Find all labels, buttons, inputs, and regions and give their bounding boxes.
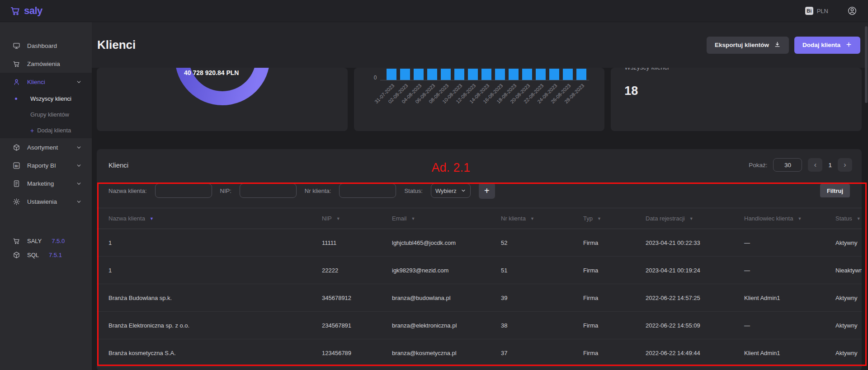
cell-client-name: 1 (108, 267, 322, 274)
sidebar-item[interactable]: Wszyscy klienci (0, 91, 92, 107)
column-header[interactable]: Handlowiec klienta ▼ (744, 215, 835, 222)
sidebar-item[interactable]: Dashboard (0, 37, 92, 55)
version-row: SALY 7.5.0 (0, 234, 92, 248)
chevron-down-icon (461, 188, 466, 193)
gear-icon (13, 198, 20, 206)
plus-prefix: + (30, 127, 34, 134)
cell-nip: 22222 (322, 267, 392, 274)
cell-status: Aktywny (835, 350, 862, 356)
clients-total-title: Wszyscy klienci (624, 68, 669, 71)
add-filter-button[interactable]: + (479, 183, 495, 199)
sidebar-item[interactable]: Zamówienia (0, 55, 92, 73)
sidebar-item-label: Dashboard (27, 42, 57, 49)
bar (387, 69, 396, 80)
filter-label: NIP: (220, 187, 231, 194)
brand-name: saly (24, 5, 42, 17)
status-select[interactable]: Wybierz (431, 183, 471, 198)
filter-input[interactable] (339, 183, 396, 198)
topbar: saly Bi PLN (0, 0, 868, 22)
cart-logo-icon (10, 5, 21, 16)
brand-logo[interactable]: saly (10, 5, 42, 17)
user-profile-icon[interactable] (847, 6, 857, 16)
version-info: SALY 7.5.0 SQL 7.5.1 (0, 234, 92, 262)
clients-total-card: Wszyscy klienci 18 (611, 68, 862, 131)
bar (563, 69, 573, 80)
table-header: Nazwa klienta ▼ NIP ▼ Email ▼ (97, 208, 862, 229)
doc-icon (13, 180, 20, 187)
table-row[interactable]: 1 22222 igk98293@nezid.com 51 Firma 2023… (97, 257, 862, 284)
cell-nip: 345678912 (322, 295, 392, 301)
table-row[interactable]: 1 11111 lghjctubl465@jocdk.com 52 Firma … (97, 229, 862, 257)
bullet-dot-icon (15, 98, 17, 100)
cell-salesman: — (744, 322, 835, 329)
sidebar-item-label: Grupy klientów (30, 111, 69, 118)
sidebar-item[interactable]: Ustawienia (0, 192, 92, 211)
add-client-button[interactable]: Dodaj klienta (794, 37, 860, 54)
scrollbar-thumb[interactable] (865, 26, 868, 103)
filter-label: Status: (404, 187, 422, 194)
page-size-input[interactable] (773, 158, 802, 172)
page-header: Klienci Eksportuj klientów Dodaj klienta (92, 22, 868, 68)
bar (495, 69, 505, 80)
version-row: SQL 7.5.1 (0, 248, 92, 262)
filter-label: Nazwa klienta: (108, 187, 147, 194)
column-header[interactable]: Nr klienta ▼ (501, 215, 583, 222)
chevron-down-icon (76, 163, 82, 169)
currency-selector[interactable]: Bi PLN (805, 7, 828, 15)
bar (427, 69, 437, 80)
show-label: Pokaż: (749, 162, 767, 169)
cell-client-number: 39 (501, 295, 583, 301)
cell-salesman: Klient Admin1 (744, 295, 835, 301)
sidebar-item[interactable]: Asortyment (0, 138, 92, 156)
sort-arrow-icon: ▼ (150, 216, 154, 221)
cell-type: Firma (583, 322, 646, 329)
sidebar-item[interactable]: + Dodaj klienta (0, 122, 92, 138)
sidebar-item[interactable]: Marketing (0, 174, 92, 192)
table-row[interactable]: Branża Elektroniczna sp. z o.o. 23456789… (97, 312, 862, 339)
sidebar-item[interactable]: Grupy klientów (0, 107, 92, 122)
sidebar-item-label: Dodaj klienta (37, 127, 71, 134)
sidebar-item-label: Wszyscy klienci (30, 95, 71, 102)
cell-salesman: — (744, 239, 835, 246)
sort-arrow-icon: ▼ (530, 216, 534, 221)
filter-label: Nr klienta: (305, 187, 331, 194)
cart-icon (13, 60, 20, 68)
cell-client-number: 51 (501, 267, 583, 274)
next-page-button[interactable]: › (838, 158, 852, 172)
filter-input[interactable] (155, 183, 212, 198)
cell-salesman: Klient Admin1 (744, 350, 835, 356)
cell-client-name: Branża Elektroniczna sp. z o.o. (108, 322, 322, 329)
sidebar-item[interactable]: Bi Raporty BI (0, 156, 92, 174)
column-header[interactable]: Status ▼ (835, 215, 862, 222)
cell-nip: 234567891 (322, 322, 392, 329)
column-header[interactable]: Email ▼ (392, 215, 501, 222)
currency-code: PLN (817, 8, 828, 14)
sidebar-item[interactable]: Klienci (0, 73, 92, 91)
cell-email: branza@kosmetyczna.pl (392, 350, 501, 356)
column-header[interactable]: Nazwa klienta ▼ (108, 215, 322, 222)
filter-submit-button[interactable]: Filtruj (820, 184, 850, 197)
download-icon (774, 41, 781, 49)
column-header[interactable]: Typ ▼ (583, 215, 646, 222)
cell-status: Aktywny (835, 239, 862, 246)
panel-title: Klienci (108, 161, 128, 169)
sidebar-item-label: Zamówienia (27, 61, 60, 67)
chevron-down-icon (76, 199, 82, 205)
filter-input[interactable] (240, 183, 297, 198)
cell-registration-date: 2022-06-22 14:55:09 (646, 322, 744, 329)
cell-type: Firma (583, 267, 646, 274)
version-label: SQL (27, 252, 39, 258)
bar (414, 69, 424, 80)
column-header[interactable]: Data rejestracji ▼ (646, 215, 744, 222)
table-row[interactable]: Branża Budowlana sp.k. 345678912 branza@… (97, 284, 862, 312)
cell-type: Firma (583, 350, 646, 356)
y-axis-tick: 0 (374, 75, 377, 81)
cell-registration-date: 2022-06-22 14:49:44 (646, 350, 744, 356)
cube-icon (13, 144, 20, 151)
chevron-down-icon (76, 145, 82, 150)
column-header[interactable]: NIP ▼ (322, 215, 392, 222)
table-row[interactable]: Branża kosmetyczna S.A. 123456789 branza… (97, 339, 862, 367)
export-clients-button[interactable]: Eksportuj klientów (707, 37, 789, 54)
sort-arrow-icon: ▼ (597, 216, 601, 221)
prev-page-button[interactable]: ‹ (808, 158, 822, 172)
